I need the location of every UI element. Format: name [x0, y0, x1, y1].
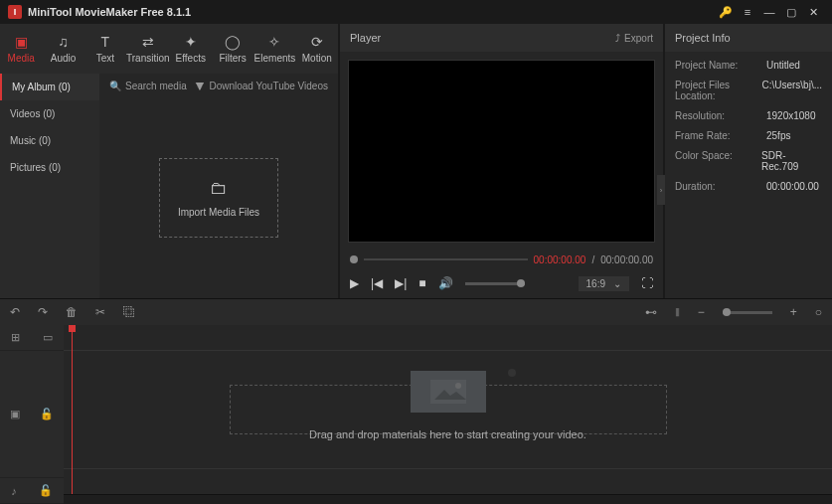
export-label: Export — [624, 33, 653, 44]
add-track-button[interactable]: ⊞ — [11, 331, 20, 344]
time-current: 00:00:00.00 — [534, 254, 586, 265]
timeline-hint: Drag and drop materials here to start cr… — [64, 428, 832, 440]
timeline-toolbar: ↶ ↷ 🗑 ✂ ⿻ ⊷ ⦀ − + ○ — [0, 299, 832, 325]
framerate-value: 25fps — [766, 130, 790, 141]
resolution-value: 1920x1080 — [766, 110, 816, 121]
album-music[interactable]: Music (0) — [0, 127, 99, 154]
timeline-ruler[interactable] — [64, 325, 832, 351]
undo-button[interactable]: ↶ — [10, 305, 20, 319]
download-icon: ⯆ — [195, 81, 205, 91]
timeline-scrollbar[interactable] — [64, 494, 832, 504]
duration-label: Duration: — [675, 181, 766, 192]
search-label: Search media — [125, 81, 187, 91]
time-total: 00:00:00.00 — [600, 254, 653, 265]
zoom-out-button[interactable]: − — [698, 305, 705, 319]
video-track[interactable]: Drag and drop materials here to start cr… — [64, 351, 832, 468]
app-logo: I — [8, 5, 22, 19]
player-header: Player — [350, 32, 381, 44]
tab-effects[interactable]: ✦Effects — [170, 24, 212, 74]
tab-label: Transition — [126, 53, 170, 64]
project-location-label: Project Files Location: — [675, 80, 761, 101]
tab-elements[interactable]: ✧Elements — [253, 24, 295, 74]
export-button[interactable]: ⤴Export — [615, 33, 653, 44]
folder-icon: 🗀 — [210, 178, 228, 199]
minimize-button[interactable]: — — [758, 1, 780, 23]
audio-track[interactable] — [64, 468, 832, 494]
delete-button[interactable]: 🗑 — [66, 305, 78, 319]
stop-button[interactable]: ■ — [418, 276, 425, 290]
timeline-panel: ↶ ↷ 🗑 ✂ ⿻ ⊷ ⦀ − + ○ ⊞▭ ▣🔓 ♪🔓 Drag an — [0, 298, 832, 504]
track-manage-button[interactable]: ▭ — [43, 331, 53, 344]
tab-label: Motion — [302, 53, 332, 64]
duration-value: 00:00:00.00 — [766, 181, 819, 192]
export-icon: ⤴ — [615, 33, 620, 44]
resolution-label: Resolution: — [675, 110, 766, 121]
project-name-value: Untitled — [766, 60, 800, 71]
album-videos[interactable]: Videos (0) — [0, 100, 99, 127]
project-location-value: C:\Users\bj\... — [761, 80, 822, 101]
download-youtube-button[interactable]: ⯆Download YouTube Videos — [195, 81, 328, 91]
tab-media[interactable]: ▣Media — [0, 24, 42, 74]
close-button[interactable]: ✕ — [802, 1, 824, 23]
main-tabs: ▣Media ♫Audio TText ⇄Transition ✦Effects… — [0, 24, 338, 74]
search-media-button[interactable]: 🔍Search media — [109, 81, 187, 91]
transition-icon: ⇄ — [142, 34, 154, 50]
effects-icon: ✦ — [185, 34, 197, 50]
tab-audio[interactable]: ♫Audio — [42, 24, 83, 74]
colorspace-value: SDR- Rec.709 — [761, 150, 822, 172]
album-pictures[interactable]: Pictures (0) — [0, 154, 99, 181]
chevron-down-icon: ⌄ — [613, 278, 621, 289]
track-headers: ⊞▭ ▣🔓 ♪🔓 — [0, 325, 64, 504]
audio-track-icon[interactable]: ♪ — [11, 485, 17, 497]
activate-icon[interactable]: 🔑 — [715, 1, 737, 23]
player-viewport[interactable] — [348, 60, 655, 243]
placeholder-thumbnail — [411, 371, 486, 413]
lock-icon[interactable]: 🔓 — [40, 408, 54, 420]
colorspace-label: Color Space: — [675, 150, 761, 172]
next-frame-button[interactable]: ▶| — [395, 276, 407, 290]
project-info-panel: Project Info › Project Name:Untitled Pro… — [665, 24, 832, 298]
play-button[interactable]: ▶ — [350, 276, 359, 290]
timeline-tracks[interactable]: Drag and drop materials here to start cr… — [64, 325, 832, 504]
download-label: Download YouTube Videos — [209, 81, 328, 91]
motion-icon: ⟳ — [311, 34, 323, 50]
menu-icon[interactable]: ≡ — [737, 1, 758, 23]
tab-text[interactable]: TText — [84, 24, 126, 74]
zoom-slider[interactable] — [723, 311, 772, 314]
prev-frame-button[interactable]: |◀ — [371, 276, 383, 290]
player-panel: Player ⤴Export 00:00:00.00 / 00:00:00.00… — [340, 24, 663, 298]
tab-transition[interactable]: ⇄Transition — [126, 24, 170, 74]
tab-label: Elements — [254, 53, 296, 64]
tab-label: Audio — [51, 53, 77, 64]
titlebar: I MiniTool MovieMaker Free 8.1.1 🔑 ≡ — ▢… — [0, 0, 832, 24]
tab-label: Media — [8, 53, 35, 64]
lock-icon[interactable]: 🔓 — [39, 484, 53, 497]
zoom-fit-button[interactable]: ○ — [815, 305, 822, 319]
collapse-info-button[interactable]: › — [657, 175, 665, 205]
volume-slider[interactable] — [465, 282, 525, 285]
time-separator: / — [591, 254, 594, 265]
marker-button[interactable]: ⊷ — [645, 305, 657, 319]
framerate-label: Frame Rate: — [675, 130, 766, 141]
album-my-album[interactable]: My Album (0) — [0, 74, 99, 100]
redo-button[interactable]: ↷ — [38, 305, 48, 319]
aspect-ratio-select[interactable]: 16:9⌄ — [579, 276, 629, 291]
crop-button[interactable]: ⿻ — [123, 305, 135, 319]
audio-icon: ♫ — [58, 34, 69, 50]
zoom-in-button[interactable]: + — [790, 305, 797, 319]
text-icon: T — [101, 34, 110, 50]
import-media-button[interactable]: 🗀 Import Media Files — [159, 158, 278, 238]
snap-button[interactable]: ⦀ — [675, 305, 680, 319]
split-button[interactable]: ✂ — [95, 305, 105, 319]
tab-motion[interactable]: ⟳Motion — [296, 24, 338, 74]
svg-rect-0 — [430, 380, 466, 404]
tab-filters[interactable]: ◯Filters — [212, 24, 253, 74]
volume-icon[interactable]: 🔊 — [438, 276, 453, 290]
app-title: MiniTool MovieMaker Free 8.1.1 — [28, 6, 191, 18]
fullscreen-button[interactable]: ⛶ — [641, 276, 653, 290]
maximize-button[interactable]: ▢ — [780, 1, 802, 23]
player-scrubber[interactable]: 00:00:00.00 / 00:00:00.00 — [340, 251, 663, 268]
video-track-icon[interactable]: ▣ — [10, 408, 20, 420]
placeholder-dot — [508, 369, 516, 377]
tab-label: Effects — [176, 53, 206, 64]
